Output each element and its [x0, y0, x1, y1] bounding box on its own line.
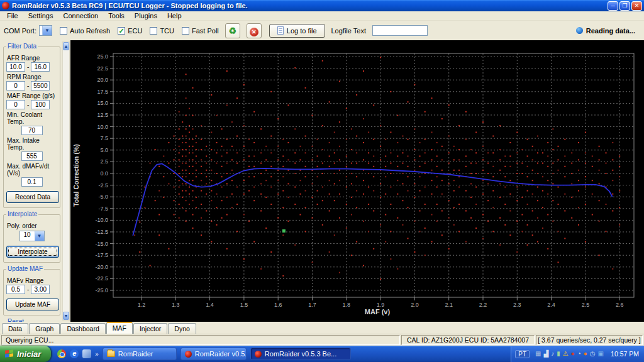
menu-plugins[interactable]: Plugins: [130, 12, 162, 19]
checkbox-fast-poll[interactable]: Fast Poll: [182, 27, 219, 35]
chrome-icon[interactable]: [57, 349, 66, 358]
chevron-down-icon[interactable]: ▼: [42, 26, 52, 35]
svg-text:1.2: 1.2: [138, 302, 146, 308]
chevron-right-icon[interactable]: »: [95, 351, 99, 358]
checkbox-box-icon[interactable]: [182, 27, 189, 35]
refresh-connection-button[interactable]: ♻: [225, 23, 240, 38]
battery-icon[interactable]: ▮: [557, 350, 560, 358]
start-button[interactable]: Iniciar: [0, 346, 51, 362]
mafv-max-input[interactable]: [31, 285, 50, 294]
taskbar-button-1[interactable]: RomRaider v0.5.3 Be...: [180, 348, 247, 360]
tab-dashboard[interactable]: Dashboard: [60, 323, 105, 334]
title-bar[interactable]: RomRaider v0.5.3 Beta RC9 | ECU/TCU Logg…: [0, 0, 644, 11]
svg-text:12.5: 12.5: [97, 112, 108, 118]
dmaf-input[interactable]: [21, 177, 43, 187]
com-port-select[interactable]: ▼: [39, 25, 52, 36]
tab-maf[interactable]: MAF: [106, 322, 133, 334]
ecu-id-status: CAL ID: AZ1G200J ECU ID: 5AA2784007: [401, 335, 535, 345]
maf-min-input[interactable]: [6, 100, 25, 109]
svg-text:-20.0: -20.0: [95, 264, 108, 270]
internet-explorer-icon[interactable]: e: [70, 349, 79, 358]
menu-settings[interactable]: Settings: [24, 12, 58, 19]
scroll-down-icon[interactable]: ▼: [63, 312, 69, 320]
rpm-min-input[interactable]: [6, 81, 25, 90]
task-buttons: RomRaiderRomRaider v0.5.3 Be...RomRaider…: [103, 348, 355, 360]
status-dot-icon: [576, 27, 583, 34]
maf-scatter-chart[interactable]: 25.022.520.017.515.012.510.07.55.02.50.0…: [70, 40, 644, 322]
scroll-up-icon[interactable]: ▲: [63, 42, 69, 50]
afr-max-input[interactable]: [31, 62, 50, 72]
menu-tools[interactable]: Tools: [104, 12, 129, 19]
disconnect-button[interactable]: ✕: [247, 23, 262, 38]
checkbox-box-icon[interactable]: [150, 27, 157, 35]
quick-launch-app-icon[interactable]: [82, 349, 91, 358]
rpm-max-input[interactable]: [31, 81, 50, 90]
scatter-points: [134, 57, 620, 280]
chevron-down-icon[interactable]: ▼: [35, 231, 44, 241]
record-data-button[interactable]: Record Data: [6, 191, 59, 203]
svg-text:-10.0: -10.0: [95, 217, 108, 223]
checkbox-box-icon[interactable]: [60, 27, 67, 35]
selected-point[interactable]: [282, 229, 286, 233]
svg-text:1.6: 1.6: [274, 302, 282, 308]
minimize-button[interactable]: ─: [608, 1, 618, 11]
checkbox-auto-refresh[interactable]: Auto Refresh: [60, 27, 110, 35]
rpm-range-label: RPM Range: [7, 74, 57, 80]
menu-file[interactable]: File: [3, 12, 23, 19]
antivirus-icon[interactable]: ●: [571, 350, 575, 358]
svg-text:2.5: 2.5: [582, 302, 590, 308]
taskbar-button-0[interactable]: RomRaider: [103, 348, 177, 360]
tab-injector[interactable]: Injector: [133, 323, 167, 334]
log-to-file-button[interactable]: Log to file: [269, 24, 325, 38]
checkbox-tcu[interactable]: TCU: [150, 27, 174, 35]
volume-muted-icon[interactable]: ♪: [551, 350, 554, 358]
svg-text:1.5: 1.5: [240, 302, 248, 308]
stop-icon: ✕: [250, 28, 258, 36]
svg-text:1.4: 1.4: [206, 302, 214, 308]
intake-input[interactable]: [21, 151, 43, 161]
update-maf-title: Update MAF: [6, 265, 44, 272]
afr-min-input[interactable]: [6, 62, 25, 72]
quick-launch: e »: [57, 349, 99, 358]
toolbar: COM Port: ▼ Auto Refresh✓ECUTCUFast Poll…: [0, 21, 644, 40]
maf-max-input[interactable]: [31, 100, 50, 109]
taskbar: Iniciar e » RomRaiderRomRaider v0.5.3 Be…: [0, 346, 644, 362]
svg-text:-7.5: -7.5: [98, 206, 108, 212]
tab-graph[interactable]: Graph: [29, 323, 60, 334]
svg-text:2.4: 2.4: [547, 302, 555, 308]
scheduler-clock-icon[interactable]: ◷: [590, 350, 596, 358]
firefox-icon[interactable]: ●: [584, 350, 587, 358]
menu-help[interactable]: Help: [163, 12, 186, 19]
close-button[interactable]: ✕: [631, 1, 642, 11]
logfile-input[interactable]: [372, 25, 428, 36]
svg-text:-22.5: -22.5: [95, 275, 108, 282]
svg-text:5.0: 5.0: [100, 147, 108, 153]
chart-svg[interactable]: 25.022.520.017.515.012.510.07.55.02.50.0…: [70, 40, 644, 322]
messenger-icon[interactable]: ▣: [598, 350, 604, 358]
maximize-button[interactable]: ❐: [619, 1, 630, 11]
menu-connection[interactable]: Connection: [58, 12, 103, 19]
update-icon[interactable]: ◔: [577, 350, 581, 358]
checkbox-ecu[interactable]: ✓ECU: [118, 27, 142, 35]
coolant-input[interactable]: [21, 126, 43, 135]
document-icon: [277, 26, 284, 35]
main-area: Filter Data AFR Range - RPM Range - MAF …: [0, 40, 644, 322]
checkbox-box-icon[interactable]: ✓: [118, 27, 125, 35]
update-maf-button[interactable]: Update MAF: [6, 299, 59, 310]
tab-dyno[interactable]: Dyno: [168, 323, 196, 334]
taskbar-button-2[interactable]: RomRaider v0.5.3 Be...: [250, 348, 351, 360]
mafv-min-input[interactable]: [6, 285, 25, 294]
taskbar-button-label: RomRaider: [118, 350, 153, 358]
poly-order-select[interactable]: 10 ▼: [19, 231, 45, 241]
network-signal-icon[interactable]: ▟: [544, 350, 549, 358]
sidebar-scrollbar[interactable]: ▲ ▼: [62, 41, 70, 321]
security-shield-icon[interactable]: ⚠: [563, 350, 569, 358]
refresh-icon: ♻: [229, 26, 237, 36]
language-indicator[interactable]: PT: [515, 350, 530, 358]
display-icon[interactable]: ▦: [535, 350, 541, 358]
interpolate-button[interactable]: Interpolate: [6, 246, 59, 258]
folder-icon: [107, 351, 115, 357]
maf-range-label: MAF Range (g/s): [7, 92, 57, 99]
tab-data[interactable]: Data: [2, 323, 28, 334]
svg-text:10.0: 10.0: [97, 124, 108, 130]
